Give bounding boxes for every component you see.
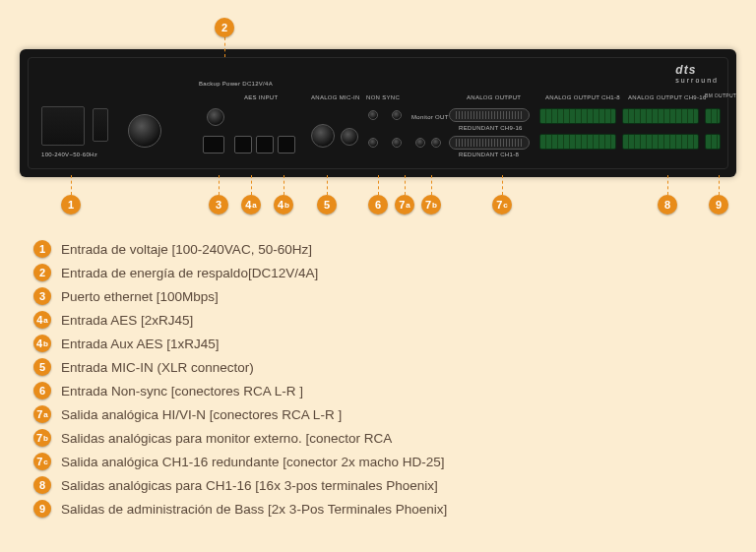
phoenix-ch1-8-top xyxy=(539,108,616,124)
monitor-out-label: Monitor OUT xyxy=(411,114,449,120)
nonsync-rca-l xyxy=(368,110,378,120)
callout-lead-8 xyxy=(667,175,668,195)
db25-redundant-2 xyxy=(449,136,530,150)
callout-lead-7c xyxy=(502,175,503,195)
analog-out-ch9-16-label: ANALOG OUTPUT CH9-16 xyxy=(628,94,707,100)
legend-text-7c: Salida analógica CH1-16 redundante [cone… xyxy=(61,455,444,469)
callout-marker-6: 6 xyxy=(368,195,388,215)
analog-out-ch1-8-label: ANALOG OUTPUT CH1-8 xyxy=(545,94,620,100)
callout-marker-7c: 7c xyxy=(492,195,512,215)
callout-marker-4b: 4b xyxy=(274,195,293,215)
aes-rj45-1 xyxy=(234,136,252,153)
legend-text-8: Salidas analógicas para CH1-16 [16x 3-po… xyxy=(61,478,438,493)
legend-text-1: Entrada de voltaje [100-240VAC, 50-60Hz] xyxy=(61,242,312,257)
aes-aux-rj45 xyxy=(278,136,295,153)
xlr-mic-in xyxy=(311,124,335,148)
legend-text-7a: Salida analógica HI/VI-N [conectores RCA… xyxy=(61,407,342,422)
legend-row-7a: 7aSalida analógica HI/VI-N [conectores R… xyxy=(33,405,447,423)
non-sync-label: NON SYNC xyxy=(366,94,400,100)
legend-marker-4b: 4b xyxy=(33,335,51,352)
phoenix-bm-top xyxy=(705,108,721,124)
callout-lead-4b xyxy=(284,175,284,195)
hivi-rca-l xyxy=(392,110,402,120)
legend-marker-8: 8 xyxy=(33,476,51,494)
aes-input-label: AES INPUT xyxy=(244,94,278,100)
legend-text-9: Salidas de administración de Bass [2x 3-… xyxy=(61,502,447,517)
legend-row-3: 3Puerto ethernet [100Mbps] xyxy=(33,287,447,305)
legend-row-6: 6Entrada Non-sync [conectores RCA L-R ] xyxy=(33,382,447,399)
legend-text-4a: Entrada AES [2xRJ45] xyxy=(61,313,193,328)
legend-marker-7a: 7a xyxy=(33,405,51,423)
ethernet-port xyxy=(203,136,224,153)
callout-lead-9 xyxy=(719,175,720,195)
callout-lead-4a xyxy=(251,175,252,195)
callout-marker-7b: 7b xyxy=(421,195,441,215)
legend-row-1: 1Entrada de voltaje [100-240VAC, 50-60Hz… xyxy=(33,240,447,258)
callout-lead-5 xyxy=(327,175,328,195)
hivi-rca-r xyxy=(392,138,402,148)
phoenix-ch9-16-bot xyxy=(622,134,699,150)
db25-redundant-1 xyxy=(449,108,530,122)
callout-marker-4a: 4a xyxy=(241,195,261,215)
callout-lead-7b xyxy=(431,175,432,195)
analog-output-label: ANALOG OUTPUT xyxy=(467,94,521,100)
callout-marker-1: 1 xyxy=(61,195,81,215)
power-inlet xyxy=(41,106,85,146)
callout-lead-3 xyxy=(219,175,220,195)
legend-text-4b: Entrada Aux AES [1xRJ45] xyxy=(61,337,220,351)
legend-row-9: 9Salidas de administración de Bass [2x 3… xyxy=(33,500,447,518)
callout-marker-7a: 7a xyxy=(395,195,414,215)
legend-marker-7b: 7b xyxy=(33,429,51,447)
phoenix-ch1-8-bot xyxy=(539,134,616,150)
redundant-a-label: REDUNDANT CH9-16 xyxy=(459,125,523,131)
callout-marker-9: 9 xyxy=(709,195,728,215)
legend-row-5: 5Entrada MIC-IN (XLR connector) xyxy=(33,358,447,376)
aes-rj45-2 xyxy=(256,136,274,153)
legend-text-6: Entrada Non-sync [conectores RCA L-R ] xyxy=(61,384,303,399)
dts-logo: dts surround xyxy=(675,63,719,84)
legend-text-3: Puerto ethernet [100Mbps] xyxy=(61,289,219,304)
callout-lead-1 xyxy=(71,175,72,195)
dts-sub: surround xyxy=(675,77,719,84)
panel-body: 100-240V~50-60Hz Backup Power DC12V/4A A… xyxy=(20,49,736,177)
legend-row-4a: 4aEntrada AES [2xRJ45] xyxy=(33,311,447,329)
legend-text-7b: Salidas analógicas para monitor externo.… xyxy=(61,431,392,446)
legend-marker-6: 6 xyxy=(33,382,51,399)
legend-marker-9: 9 xyxy=(33,500,51,518)
legend: 1Entrada de voltaje [100-240VAC, 50-60Hz… xyxy=(33,240,447,518)
legend-marker-1: 1 xyxy=(33,240,51,258)
power-switch xyxy=(93,108,108,142)
legend-marker-4a: 4a xyxy=(33,311,51,329)
callout-marker-2: 2 xyxy=(215,18,234,37)
redundant-b-label: REDUNDANT CH1-8 xyxy=(459,152,519,157)
legend-text-5: Entrada MIC-IN (XLR connector) xyxy=(61,360,254,375)
callout-marker-5: 5 xyxy=(317,195,337,215)
nonsync-rca-r xyxy=(368,138,378,148)
legend-marker-5: 5 xyxy=(33,358,51,376)
phoenix-ch9-16-top xyxy=(622,108,699,124)
callout-marker-8: 8 xyxy=(658,195,677,215)
backup-power-label: Backup Power DC12V/4A xyxy=(199,81,234,88)
legend-row-7c: 7cSalida analógica CH1-16 redundante [co… xyxy=(33,453,447,470)
backup-power-jack xyxy=(207,108,224,126)
legend-row-4b: 4bEntrada Aux AES [1xRJ45] xyxy=(33,335,447,352)
monitor-rca-2 xyxy=(431,138,441,148)
legend-marker-7c: 7c xyxy=(33,453,51,470)
device-panel: 100-240V~50-60Hz Backup Power DC12V/4A A… xyxy=(20,49,736,177)
phoenix-bm-bot xyxy=(705,134,721,150)
bm-output-label: BM OUTPUT xyxy=(705,92,730,98)
callout-lead-6 xyxy=(378,175,379,195)
callout-marker-3: 3 xyxy=(209,195,228,215)
mic-in-label: ANALOG MIC-IN xyxy=(311,94,360,100)
legend-text-2: Entrada de energía de respaldo[DC12V/4A] xyxy=(61,266,318,280)
locking-power-connector xyxy=(128,114,161,148)
legend-row-2: 2Entrada de energía de respaldo[DC12V/4A… xyxy=(33,264,447,281)
legend-marker-3: 3 xyxy=(33,287,51,305)
monitor-rca xyxy=(415,138,425,148)
legend-row-7b: 7bSalidas analógicas para monitor extern… xyxy=(33,429,447,447)
callout-lead-7a xyxy=(405,175,406,195)
power-spec-label: 100-240V~50-60Hz xyxy=(41,152,97,157)
legend-row-8: 8Salidas analógicas para CH1-16 [16x 3-p… xyxy=(33,476,447,494)
legend-marker-2: 2 xyxy=(33,264,51,281)
din-connector xyxy=(341,128,358,146)
